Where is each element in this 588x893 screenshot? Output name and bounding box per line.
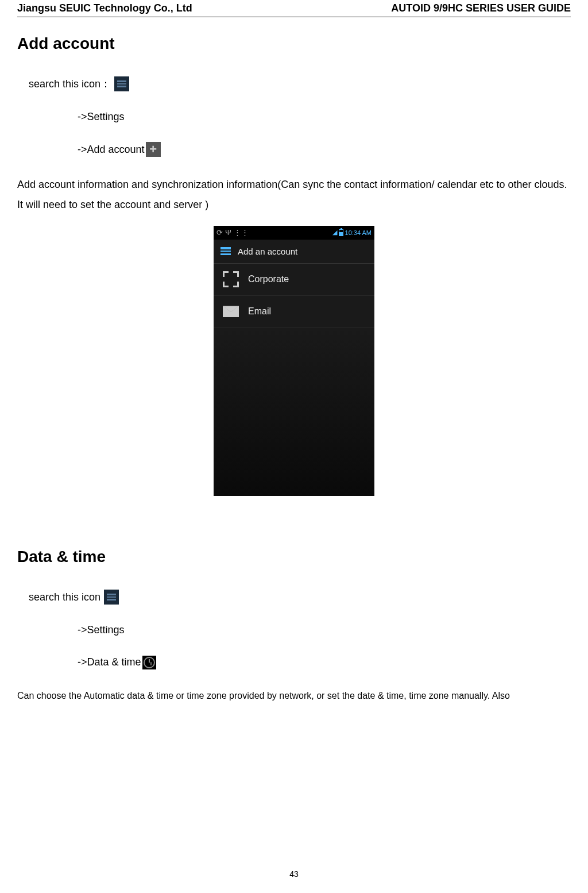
screenshot-empty-body (214, 328, 374, 496)
step-search-text: search this icon： (29, 76, 111, 93)
step2-data-time: ->Data & time (78, 654, 571, 671)
android-screenshot: ⟳ Ψ ⋮⋮ ◢ 10:34 AM Add an account Corpora… (214, 226, 374, 496)
status-bar: ⟳ Ψ ⋮⋮ ◢ 10:34 AM (214, 226, 374, 240)
battery-icon (339, 229, 343, 236)
section-title-data-time: Data & time (17, 548, 571, 566)
plus-icon: + (146, 142, 161, 157)
header-company: Jiangsu SEUIC Technology Co., Ltd (17, 2, 192, 14)
settings-icon (104, 590, 119, 605)
sync-status-icon: ⟳ (216, 228, 223, 237)
corporate-icon (222, 270, 240, 288)
debug-status-icon: ⋮⋮ (234, 228, 249, 237)
status-time: 10:34 AM (345, 229, 372, 236)
step-search-icon-line: search this icon： (29, 76, 571, 93)
step-add-account-text: ->Add account (78, 141, 145, 158)
account-row-email[interactable]: Email (214, 296, 374, 328)
section-title-add-account: Add account (17, 34, 571, 53)
step2-search-icon-line: search this icon (29, 589, 571, 606)
step-add-account: ->Add account + (78, 141, 571, 158)
add-account-description: Add account information and synchronizat… (17, 175, 571, 214)
data-time-description: Can choose the Automatic data & time or … (17, 688, 571, 705)
step-settings-text: ->Settings (78, 109, 125, 125)
step-settings: ->Settings (78, 109, 571, 125)
screenshot-title: Add an account (238, 247, 297, 256)
usb-status-icon: Ψ (225, 228, 231, 237)
page-number: 43 (0, 869, 588, 879)
clock-icon (142, 656, 156, 669)
email-label: Email (248, 306, 271, 317)
settings-sliders-icon (219, 245, 232, 257)
step2-settings: ->Settings (78, 622, 571, 638)
screenshot-titlebar: Add an account (214, 240, 374, 264)
step2-search-text: search this icon (29, 589, 100, 606)
settings-icon (114, 76, 129, 91)
step2-data-time-text: ->Data & time (78, 654, 141, 671)
corporate-label: Corporate (248, 274, 289, 284)
account-row-corporate[interactable]: Corporate (214, 264, 374, 296)
status-left-icons: ⟳ Ψ ⋮⋮ (216, 228, 249, 237)
step2-settings-text: ->Settings (78, 622, 125, 638)
signal-icon: ◢ (332, 229, 337, 236)
email-icon (222, 302, 240, 321)
status-right: ◢ 10:34 AM (332, 229, 372, 236)
page-header: Jiangsu SEUIC Technology Co., Ltd AUTOID… (17, 0, 571, 17)
header-guide-title: AUTOID 9/9HC SERIES USER GUIDE (391, 2, 571, 14)
